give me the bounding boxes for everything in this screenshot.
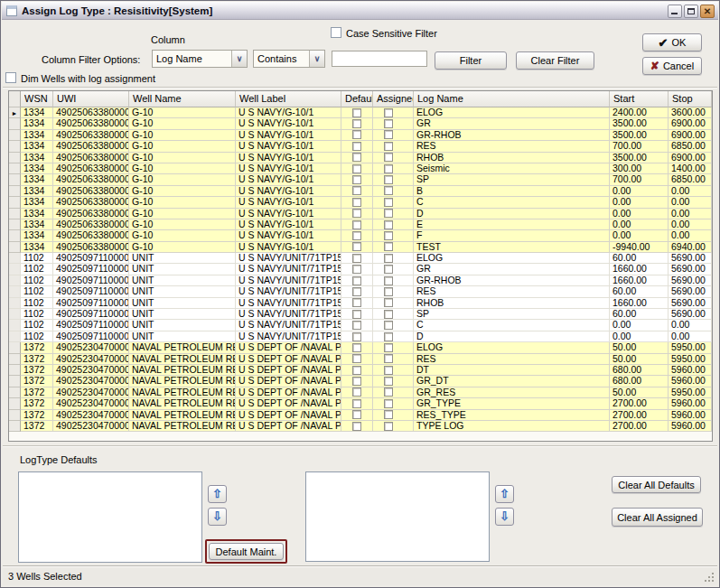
table-row[interactable]: 1334 49025063380000 G-10 U S NAVY/G-10/1… bbox=[9, 153, 712, 163]
row-selector[interactable] bbox=[9, 365, 21, 376]
table-row[interactable]: 1102 49025097110000 UNIT U S NAVY/UNIT/7… bbox=[9, 298, 712, 309]
assigned-checkbox[interactable] bbox=[384, 209, 393, 218]
table-row[interactable]: 1372 49025230470000 NAVAL PETROLEUM RES … bbox=[9, 387, 712, 398]
header-log-name[interactable]: Log Name bbox=[414, 91, 610, 107]
table-row[interactable]: 1334 49025063380000 G-10 U S NAVY/G-10/1… bbox=[9, 209, 712, 219]
row-selector[interactable] bbox=[9, 153, 21, 163]
close-button[interactable]: ✕ bbox=[700, 5, 715, 18]
clear-all-defaults-button[interactable]: Clear All Defaults bbox=[612, 476, 701, 493]
table-row[interactable]: 1372 49025230470000 NAVAL PETROLEUM RES … bbox=[9, 354, 712, 365]
default-checkbox[interactable] bbox=[352, 287, 361, 296]
column-filter-select[interactable]: Log Name ∨ bbox=[152, 50, 248, 68]
row-selector[interactable] bbox=[9, 398, 21, 409]
default-checkbox[interactable] bbox=[352, 242, 361, 251]
row-selector[interactable] bbox=[9, 253, 21, 264]
table-row[interactable]: 1334 49025063380000 G-10 U S NAVY/G-10/1… bbox=[9, 197, 712, 208]
header-start[interactable]: Start bbox=[610, 91, 669, 107]
assigned-checkbox[interactable] bbox=[384, 422, 393, 431]
row-selector[interactable]: ► bbox=[9, 107, 21, 118]
default-checkbox[interactable] bbox=[352, 265, 361, 274]
default-checkbox[interactable] bbox=[352, 343, 361, 352]
row-selector[interactable] bbox=[9, 242, 21, 253]
default-checkbox[interactable] bbox=[352, 164, 361, 173]
default-maint-button[interactable]: Default Maint. bbox=[209, 543, 284, 560]
assigned-listbox[interactable] bbox=[305, 471, 490, 562]
assigned-checkbox[interactable] bbox=[384, 220, 393, 229]
table-row[interactable]: 1372 49025230470000 NAVAL PETROLEUM RES … bbox=[9, 376, 712, 387]
table-row[interactable]: 1334 49025063380000 G-10 U S NAVY/G-10/1… bbox=[9, 118, 712, 129]
move-down-button-2[interactable]: ⇩ bbox=[495, 508, 514, 526]
assigned-checkbox[interactable] bbox=[384, 399, 393, 408]
default-checkbox[interactable] bbox=[352, 310, 361, 319]
default-checkbox[interactable] bbox=[352, 108, 361, 117]
assigned-checkbox[interactable] bbox=[384, 276, 393, 285]
row-selector[interactable] bbox=[9, 387, 21, 398]
assigned-checkbox[interactable] bbox=[384, 298, 393, 307]
row-selector[interactable] bbox=[9, 286, 21, 297]
resize-grip[interactable] bbox=[712, 580, 714, 582]
table-row[interactable]: 1102 49025097110000 UNIT U S NAVY/UNIT/7… bbox=[9, 331, 712, 342]
assigned-checkbox[interactable] bbox=[384, 265, 393, 274]
header-uwi[interactable]: UWI bbox=[53, 91, 129, 107]
assigned-checkbox[interactable] bbox=[384, 242, 393, 251]
row-selector[interactable] bbox=[9, 410, 21, 421]
table-row[interactable]: 1334 49025063380000 G-10 U S NAVY/G-10/1… bbox=[9, 141, 712, 152]
header-well-name[interactable]: Well Name bbox=[129, 91, 236, 107]
move-up-button[interactable]: ⇧ bbox=[208, 485, 227, 503]
table-row[interactable]: ► 1334 49025063380000 G-10 U S NAVY/G-10… bbox=[9, 107, 712, 118]
row-selector[interactable] bbox=[9, 354, 21, 365]
filter-text-input[interactable] bbox=[332, 51, 427, 67]
row-selector[interactable] bbox=[9, 320, 21, 331]
table-row[interactable]: 1334 49025063380000 G-10 U S NAVY/G-10/1… bbox=[9, 242, 712, 253]
default-checkbox[interactable] bbox=[352, 119, 361, 128]
row-selector[interactable] bbox=[9, 230, 21, 241]
table-row[interactable]: 1372 49025230470000 NAVAL PETROLEUM RES … bbox=[9, 342, 712, 353]
assigned-checkbox[interactable] bbox=[384, 354, 393, 363]
assigned-checkbox[interactable] bbox=[384, 332, 393, 341]
row-selector[interactable] bbox=[9, 376, 21, 387]
table-row[interactable]: 1372 49025230470000 NAVAL PETROLEUM RES … bbox=[9, 410, 712, 421]
assigned-checkbox[interactable] bbox=[384, 108, 393, 117]
assigned-checkbox[interactable] bbox=[384, 366, 393, 375]
default-checkbox[interactable] bbox=[352, 186, 361, 195]
default-checkbox[interactable] bbox=[352, 220, 361, 229]
chevron-down-icon[interactable]: ∨ bbox=[231, 51, 247, 67]
assigned-checkbox[interactable] bbox=[384, 410, 393, 419]
assigned-checkbox[interactable] bbox=[384, 343, 393, 352]
table-row[interactable]: 1102 49025097110000 UNIT U S NAVY/UNIT/7… bbox=[9, 286, 712, 297]
default-checkbox[interactable] bbox=[352, 399, 361, 408]
default-checkbox[interactable] bbox=[352, 254, 361, 263]
assigned-checkbox[interactable] bbox=[384, 130, 393, 139]
chevron-down-icon[interactable]: ∨ bbox=[309, 51, 324, 67]
row-selector[interactable] bbox=[9, 309, 21, 320]
assigned-checkbox[interactable] bbox=[384, 231, 393, 240]
default-checkbox[interactable] bbox=[352, 422, 361, 431]
operator-select[interactable]: Contains ∨ bbox=[253, 50, 325, 68]
case-sensitive-checkbox[interactable] bbox=[331, 27, 341, 38]
row-selector[interactable] bbox=[9, 186, 21, 197]
header-well-label[interactable]: Well Label bbox=[236, 91, 341, 107]
table-row[interactable]: 1334 49025063380000 G-10 U S NAVY/G-10/1… bbox=[9, 186, 712, 197]
header-assigned[interactable]: Assigned bbox=[373, 91, 414, 107]
assigned-checkbox[interactable] bbox=[384, 153, 393, 162]
logtype-defaults-listbox[interactable] bbox=[18, 471, 202, 563]
header-stop[interactable]: Stop bbox=[669, 91, 712, 107]
assigned-checkbox[interactable] bbox=[384, 254, 393, 263]
assigned-checkbox[interactable] bbox=[384, 310, 393, 319]
clear-filter-button[interactable]: Clear Filter bbox=[516, 51, 594, 70]
default-checkbox[interactable] bbox=[352, 153, 361, 162]
default-checkbox[interactable] bbox=[352, 377, 361, 386]
assigned-checkbox[interactable] bbox=[384, 142, 393, 151]
table-row[interactable]: 1102 49025097110000 UNIT U S NAVY/UNIT/7… bbox=[9, 264, 712, 275]
title-bar[interactable]: Assign Log Type : Resisitivity[System] ✕ bbox=[2, 2, 718, 20]
header-wsn[interactable]: WSN bbox=[21, 91, 53, 107]
row-selector[interactable] bbox=[9, 421, 21, 432]
table-row[interactable]: 1334 49025063380000 G-10 U S NAVY/G-10/1… bbox=[9, 163, 712, 174]
header-default[interactable]: Default bbox=[341, 91, 373, 107]
table-row[interactable]: 1334 49025063380000 G-10 U S NAVY/G-10/1… bbox=[9, 230, 712, 241]
default-checkbox[interactable] bbox=[352, 321, 361, 330]
maximize-button[interactable] bbox=[684, 5, 698, 18]
filter-button[interactable]: Filter bbox=[435, 51, 507, 70]
assigned-checkbox[interactable] bbox=[384, 164, 393, 173]
default-checkbox[interactable] bbox=[352, 354, 361, 363]
